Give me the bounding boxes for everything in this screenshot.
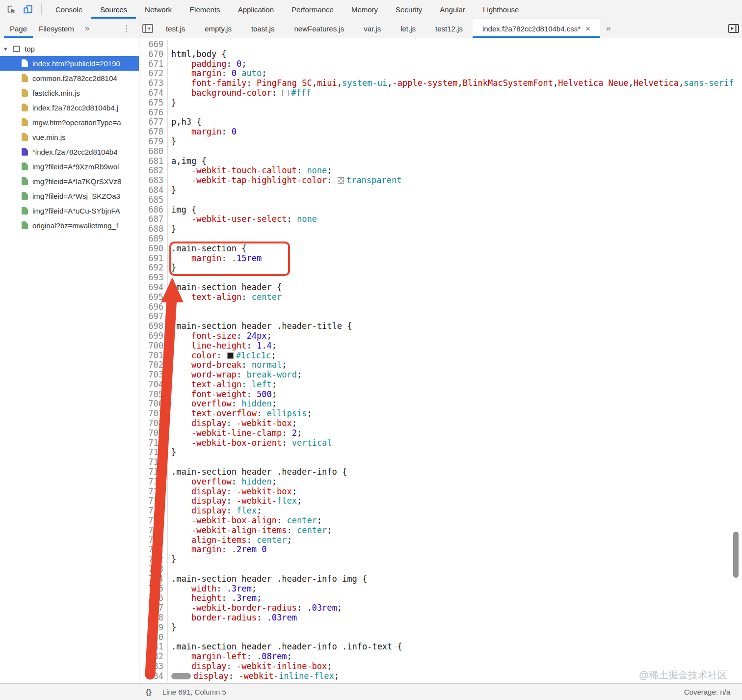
token: display [191,662,227,671]
code-text: color: #1c1c1c; [171,351,276,361]
code-text: font-weight: 500; [171,390,277,400]
tree-item[interactable]: img?fileid=A*Wsj_SKZOa3 [0,188,139,203]
tree-item[interactable]: mgw.htm?operationType=a [0,115,139,130]
tab-network[interactable]: Network [136,0,181,19]
token: overflow [191,399,232,408]
token: break-word [247,370,297,379]
tree-item[interactable]: img?fileid=A*uCu-SYbjnFA [0,203,139,218]
token: : [257,613,266,622]
toggle-device-toolbar-icon[interactable] [20,0,36,19]
token: -webkit-align-items [191,526,287,535]
tab-console[interactable]: Console [47,0,91,19]
code-line: 710 -webkit-box-orient: vertical [139,438,742,448]
chevron-down-icon[interactable]: ▾ [4,45,13,53]
code-line: 688} [139,224,742,234]
token [171,341,191,350]
file-tab-label: newFeatures.js [294,25,344,33]
token: ; [297,370,302,379]
file-tab-let-js[interactable]: let.js [391,19,425,38]
pretty-print-icon[interactable]: {} [146,688,152,696]
token: : [277,516,287,525]
code-line: 707 text-overflow: ellipsis; [139,409,742,419]
tree-item[interactable]: fastclick.min.js [0,85,139,100]
file-tab-label: index.f2a782cc2d8104b4.css* [482,25,581,33]
file-tab-newfeatures-js[interactable]: newFeatures.js [284,19,354,38]
file-tab-var-js[interactable]: var.js [354,19,391,38]
editor-tab-strip: test.jsempty.jstoast.jsnewFeatures.jsvar… [139,19,742,38]
tab-sources[interactable]: Sources [91,0,136,19]
token [171,526,191,535]
tab-lighthouse[interactable]: Lighthouse [474,0,528,19]
token: display [191,419,227,428]
code-text: } [171,623,176,633]
token [171,79,191,88]
line-number: 718 [139,516,168,526]
tree-item-top[interactable]: ▾ top [0,41,139,56]
token: } [171,98,176,108]
token: : [221,545,231,554]
tree-item[interactable]: index.f2a782cc2d8104b4.j [0,100,139,115]
token: sans-serif [684,79,734,88]
file-tab-test12-js[interactable]: test12.js [425,19,473,38]
code-editor[interactable]: 669670html,body {671 padding: 0;672 marg… [139,38,742,683]
tree-item[interactable]: img?fileid=A*Ia7KQrSXVz8 [0,174,139,188]
tab-performance[interactable]: Performance [283,0,343,19]
tree-item[interactable]: original?bz=mwalletmng_1 [0,218,139,233]
token: ; [272,341,277,350]
token: .3rem [227,584,252,593]
token: : [327,176,337,185]
token: : [232,477,241,486]
line-number: 715 [139,487,168,497]
token: } [171,623,176,632]
line-number: 691 [139,254,168,264]
code-line: 716 display: -webkit-flex; [139,496,742,506]
token: left [252,380,272,389]
token: vertical [292,438,332,448]
token [171,409,191,418]
file-tab-index-f2a782cc2d8104b4-css[interactable]: index.f2a782cc2d8104b4.css*× [473,19,600,38]
code-line: 713.main-section header .header-info { [139,467,742,477]
close-icon[interactable]: × [585,25,590,33]
code-line: 669 [139,40,742,50]
line-number: 686 [139,205,168,215]
tree-item[interactable]: img?fileid=A*9XzmRb9wol [0,159,139,174]
file-tab-toast-js[interactable]: toast.js [241,19,285,38]
tab-filesystem[interactable]: Filesystem [33,19,80,38]
tree-item[interactable]: vue.min.js [0,130,139,144]
tree-item[interactable]: common.f2a782cc2d8104 [0,71,139,85]
code-text: -webkit-border-radius: .03rem; [171,603,342,613]
tab-memory[interactable]: Memory [343,0,387,19]
file-tab-empty-js[interactable]: empty.js [195,19,241,38]
line-number: 719 [139,526,168,536]
tab-security[interactable]: Security [387,0,431,19]
more-tabs-icon[interactable]: » [80,19,94,38]
line-number: 727 [139,603,168,613]
show-debugger-sidebar-icon[interactable] [725,19,742,38]
token: ; [257,506,262,515]
inspect-element-icon[interactable] [3,0,20,19]
tab-page[interactable]: Page [4,19,33,38]
token [171,536,191,545]
line-number: 711 [139,448,168,458]
token: -webkit-box [237,419,292,428]
scrollbar-thumb[interactable] [733,532,739,578]
token: line-height [191,341,247,350]
token: -webkit-touch-callout [191,166,297,175]
tab-elements[interactable]: Elements [181,0,229,19]
code-line: 718 -webkit-box-align: center; [139,516,742,526]
tab-angular[interactable]: Angular [431,0,474,19]
tree-item[interactable]: *index.f2a782cc2d8104b4 [0,144,139,159]
line-number: 713 [139,467,168,477]
tree-item[interactable]: index.html?publicId=20190 [0,56,139,71]
token: : [297,166,307,175]
more-editor-tabs-icon[interactable]: » [600,19,616,38]
hide-navigator-icon[interactable] [139,19,156,38]
code-text: height: .3rem; [171,593,262,603]
line-number: 734 [139,672,168,681]
code-line: 715 display: -webkit-box; [139,487,742,497]
file-name: index.html?publicId=20190 [32,59,120,68]
tab-application[interactable]: Application [229,0,283,19]
token: -apple-system [392,79,457,88]
file-tab-test-js[interactable]: test.js [156,19,195,38]
overflow-menu-icon[interactable]: ⋮ [114,19,139,38]
